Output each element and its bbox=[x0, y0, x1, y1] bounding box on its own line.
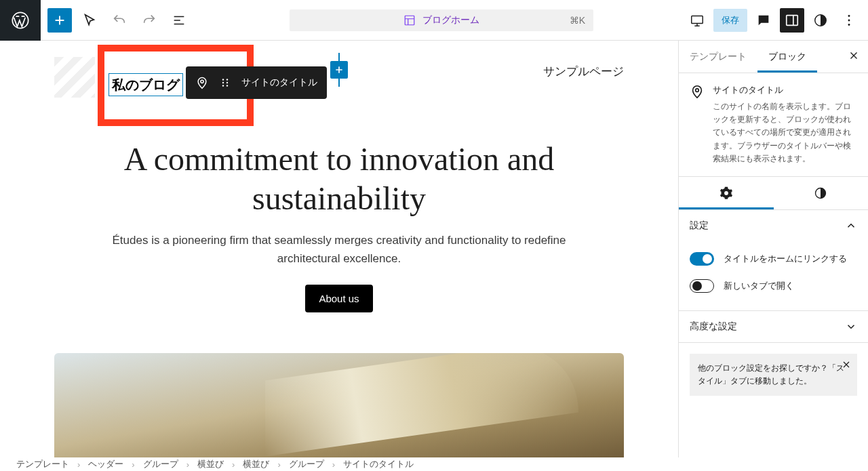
svg-point-14 bbox=[226, 85, 228, 86]
map-pin-icon bbox=[690, 84, 705, 165]
panel-settings-label: 設定 bbox=[690, 220, 709, 232]
save-button[interactable]: 保存 bbox=[713, 9, 747, 32]
hint-box: 他のブロック設定をお探しですか？「スタイル」タブに移動しました。 bbox=[690, 354, 857, 396]
drag-handle-icon[interactable] bbox=[218, 77, 232, 89]
hero-paragraph[interactable]: Études is a pioneering firm that seamles… bbox=[81, 231, 597, 268]
svg-point-7 bbox=[848, 23, 850, 25]
undo-button[interactable] bbox=[107, 8, 132, 33]
block-info-title: サイトのタイトル bbox=[713, 84, 857, 96]
breadcrumb-item[interactable]: 横並び bbox=[197, 458, 224, 470]
svg-rect-2 bbox=[692, 16, 703, 23]
svg-point-9 bbox=[222, 79, 224, 80]
breadcrumb-item[interactable]: ヘッダー bbox=[88, 458, 123, 470]
tab-block[interactable]: ブロック bbox=[757, 41, 817, 73]
breadcrumb-item[interactable]: 横並び bbox=[243, 458, 269, 470]
breadcrumb-item[interactable]: サイトのタイトル bbox=[343, 458, 414, 470]
document-overview-button[interactable] bbox=[167, 8, 191, 33]
svg-point-11 bbox=[222, 85, 224, 86]
view-desktop-button[interactable] bbox=[685, 8, 709, 33]
redo-button[interactable] bbox=[137, 8, 161, 33]
svg-point-6 bbox=[848, 19, 850, 21]
site-logo-placeholder[interactable] bbox=[54, 57, 95, 98]
kbd-shortcut: ⌘K bbox=[570, 15, 585, 26]
hero-image[interactable] bbox=[54, 353, 624, 457]
nav-link-sample[interactable]: サンプルページ bbox=[543, 57, 624, 79]
template-icon bbox=[403, 14, 416, 26]
add-block-button[interactable] bbox=[47, 8, 72, 33]
block-toolbar[interactable]: サイトのタイトル bbox=[186, 66, 327, 99]
panel-settings-header[interactable]: 設定 bbox=[679, 210, 868, 241]
label-link-home: タイトルをホームにリンクする bbox=[724, 253, 847, 265]
subtab-settings[interactable] bbox=[679, 177, 774, 209]
hero-cta-button[interactable]: About us bbox=[305, 285, 372, 312]
panel-advanced-header[interactable]: 高度な設定 bbox=[679, 311, 868, 342]
toggle-new-tab[interactable] bbox=[690, 279, 714, 293]
svg-point-5 bbox=[848, 15, 850, 17]
subtab-styles[interactable] bbox=[774, 177, 869, 209]
hint-close-button[interactable] bbox=[841, 359, 852, 374]
comments-button[interactable] bbox=[751, 8, 776, 33]
command-palette[interactable]: ブログホーム ⌘K bbox=[290, 9, 593, 31]
breadcrumb-separator: › bbox=[72, 459, 85, 470]
svg-point-8 bbox=[201, 80, 203, 83]
breadcrumb-separator: › bbox=[126, 459, 140, 470]
tab-template[interactable]: テンプレート bbox=[679, 41, 757, 73]
toggle-link-home[interactable] bbox=[690, 252, 714, 266]
label-new-tab: 新しいタブで開く bbox=[724, 280, 794, 292]
wordpress-logo[interactable] bbox=[0, 0, 41, 41]
site-title-block[interactable]: 私のブログ bbox=[108, 73, 183, 96]
svg-rect-3 bbox=[787, 15, 798, 25]
hint-text: 他のブロック設定をお探しですか？「スタイル」タブに移動しました。 bbox=[698, 363, 844, 386]
hero-heading[interactable]: A commitment to innovation and sustainab… bbox=[81, 140, 597, 218]
svg-point-12 bbox=[226, 79, 228, 80]
add-block-inline-button[interactable] bbox=[330, 61, 348, 79]
breadcrumb-separator: › bbox=[181, 459, 195, 470]
map-pin-icon[interactable] bbox=[195, 76, 209, 89]
doc-title-label: ブログホーム bbox=[422, 14, 479, 26]
svg-point-15 bbox=[696, 89, 699, 92]
block-info-description: このサイトの名前を表示します。ブロックを更新すると、ブロックが使われているすべて… bbox=[713, 100, 857, 165]
svg-rect-1 bbox=[405, 16, 414, 25]
more-options-button[interactable] bbox=[837, 8, 861, 33]
close-sidebar-button[interactable] bbox=[840, 49, 868, 64]
breadcrumb-separator: › bbox=[272, 459, 285, 470]
block-toolbar-label: サイトのタイトル bbox=[241, 77, 317, 89]
svg-point-13 bbox=[226, 82, 228, 83]
settings-sidebar-button[interactable] bbox=[780, 8, 804, 33]
select-tool-button[interactable] bbox=[77, 8, 102, 33]
chevron-up-icon bbox=[845, 220, 857, 232]
breadcrumb-item[interactable]: グループ bbox=[143, 458, 178, 470]
chevron-down-icon bbox=[845, 321, 857, 333]
breadcrumb-item[interactable]: グループ bbox=[289, 458, 324, 470]
contrast-icon bbox=[814, 186, 827, 200]
gear-icon bbox=[719, 186, 733, 200]
breadcrumb: テンプレート›ヘッダー›グループ›横並び›横並び›グループ›サイトのタイトル bbox=[0, 457, 868, 471]
breadcrumb-separator: › bbox=[226, 459, 240, 470]
breadcrumb-item[interactable]: テンプレート bbox=[16, 458, 69, 470]
styles-button[interactable] bbox=[808, 8, 833, 33]
panel-advanced-label: 高度な設定 bbox=[690, 321, 737, 333]
breadcrumb-separator: › bbox=[327, 459, 340, 470]
svg-point-10 bbox=[222, 82, 224, 83]
